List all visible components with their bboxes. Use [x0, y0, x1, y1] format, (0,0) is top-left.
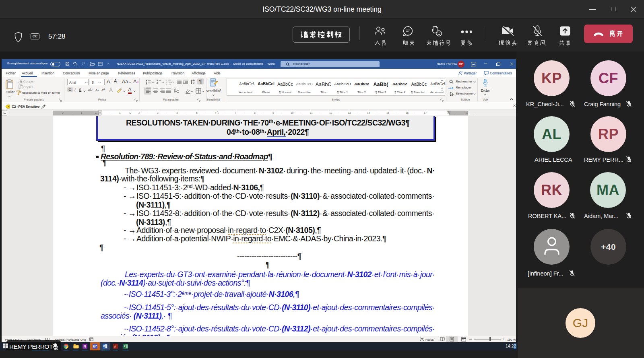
svg-text:A: A: [114, 345, 116, 348]
svg-text:N: N: [84, 344, 86, 348]
svg-text:A: A: [192, 79, 194, 81]
svg-text:W: W: [103, 345, 106, 348]
svg-text:X: X: [124, 345, 126, 348]
